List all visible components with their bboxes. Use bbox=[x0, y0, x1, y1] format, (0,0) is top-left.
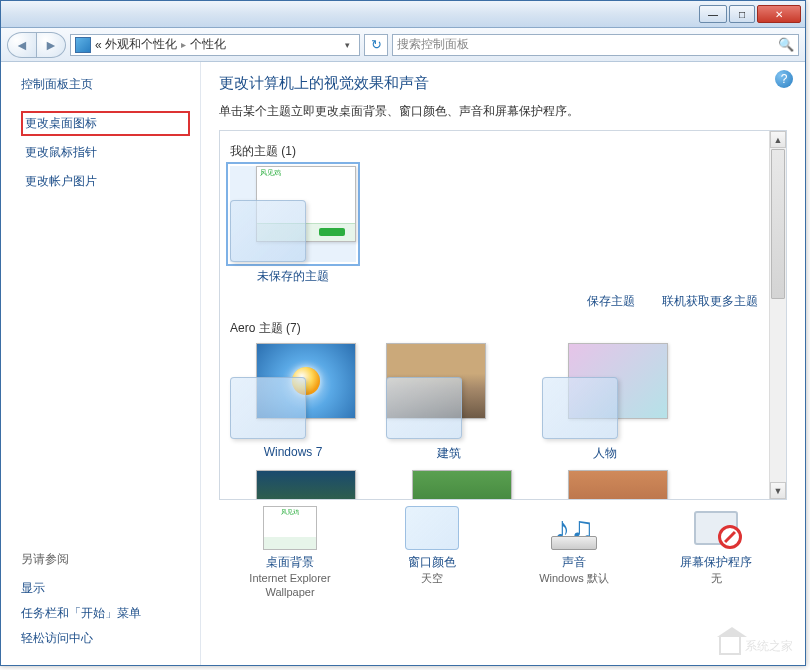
setting-title: 声音 bbox=[509, 554, 639, 571]
bottom-settings-row: 风见鸡 桌面背景 Internet Explorer Wallpaper 窗口颜… bbox=[219, 500, 787, 600]
theme-name: 建筑 bbox=[386, 443, 512, 462]
breadcrumb-appearance[interactable]: 外观和个性化 bbox=[105, 36, 177, 53]
close-button[interactable]: ✕ bbox=[757, 5, 801, 23]
theme-item[interactable] bbox=[386, 470, 512, 500]
sound-icon: ♪♫ bbox=[547, 506, 601, 550]
see-also-display[interactable]: 显示 bbox=[21, 576, 190, 601]
theme-glass-thumb bbox=[230, 200, 306, 262]
theme-glass-thumb bbox=[542, 377, 618, 439]
desktop-background-icon: 风见鸡 bbox=[263, 506, 317, 550]
theme-name: 未保存的主题 bbox=[230, 266, 356, 285]
house-icon bbox=[719, 637, 741, 655]
forward-button[interactable]: ► bbox=[36, 32, 66, 58]
theme-characters[interactable]: 人物 bbox=[542, 343, 668, 462]
search-icon: 🔍 bbox=[778, 37, 794, 52]
screensaver-button[interactable]: 屏幕保护程序 无 bbox=[651, 506, 781, 600]
back-button[interactable]: ◄ bbox=[7, 32, 37, 58]
save-theme-link[interactable]: 保存主题 bbox=[587, 294, 635, 308]
sidebar-change-mouse-pointers[interactable]: 更改鼠标指针 bbox=[21, 140, 190, 165]
main-content: ? 更改计算机上的视觉效果和声音 单击某个主题立即更改桌面背景、窗口颜色、声音和… bbox=[201, 62, 805, 665]
theme-wallpaper-thumb bbox=[412, 470, 512, 500]
theme-name: 人物 bbox=[542, 443, 668, 462]
screensaver-icon bbox=[689, 506, 743, 550]
search-input[interactable]: 搜索控制面板 🔍 bbox=[392, 34, 799, 56]
address-dropdown-icon[interactable]: ▾ bbox=[339, 40, 355, 50]
theme-unsaved[interactable]: 风见鸡 未保存的主题 bbox=[230, 166, 356, 285]
search-placeholder: 搜索控制面板 bbox=[397, 36, 469, 53]
theme-wallpaper-thumb bbox=[568, 470, 668, 500]
watermark: 系统之家 bbox=[719, 637, 793, 655]
maximize-button[interactable]: □ bbox=[729, 5, 755, 23]
window-color-button[interactable]: 窗口颜色 天空 bbox=[367, 506, 497, 600]
theme-wallpaper-thumb bbox=[256, 470, 356, 500]
setting-title: 窗口颜色 bbox=[367, 554, 497, 571]
control-panel-icon bbox=[75, 37, 91, 53]
page-title: 更改计算机上的视觉效果和声音 bbox=[219, 74, 787, 93]
page-description: 单击某个主题立即更改桌面背景、窗口颜色、声音和屏幕保护程序。 bbox=[219, 103, 787, 120]
titlebar: — □ ✕ bbox=[1, 1, 805, 28]
theme-glass-thumb bbox=[230, 377, 306, 439]
theme-windows7[interactable]: Windows 7 bbox=[230, 343, 356, 462]
setting-value: 天空 bbox=[367, 571, 497, 585]
aero-themes-label: Aero 主题 (7) bbox=[230, 320, 776, 337]
sidebar-change-account-picture[interactable]: 更改帐户图片 bbox=[21, 169, 190, 194]
scrollbar[interactable]: ▲ ▼ bbox=[769, 131, 786, 499]
get-more-themes-link[interactable]: 联机获取更多主题 bbox=[662, 294, 758, 308]
setting-value: 无 bbox=[651, 571, 781, 585]
setting-value: Windows 默认 bbox=[509, 571, 639, 585]
sounds-button[interactable]: ♪♫ 声音 Windows 默认 bbox=[509, 506, 639, 600]
scroll-up-icon[interactable]: ▲ bbox=[770, 131, 786, 148]
window-color-icon bbox=[405, 506, 459, 550]
refresh-button[interactable]: ↻ bbox=[364, 34, 388, 56]
personalization-window: — □ ✕ ◄ ► « 外观和个性化 ▸ 个性化 ▾ ↻ 搜索控制面板 🔍 控制… bbox=[0, 0, 806, 666]
sidebar: 控制面板主页 更改桌面图标 更改鼠标指针 更改帐户图片 另请参阅 显示 任务栏和… bbox=[1, 62, 201, 665]
control-panel-home-link[interactable]: 控制面板主页 bbox=[21, 76, 190, 93]
chevron-right-icon: ▸ bbox=[181, 39, 186, 50]
scroll-down-icon[interactable]: ▼ bbox=[770, 482, 786, 499]
navbar: ◄ ► « 外观和个性化 ▸ 个性化 ▾ ↻ 搜索控制面板 🔍 bbox=[1, 28, 805, 62]
help-icon[interactable]: ? bbox=[775, 70, 793, 88]
theme-list: ▲ ▼ 我的主题 (1) 风见鸡 未保存的主题 bbox=[219, 130, 787, 500]
desktop-background-button[interactable]: 风见鸡 桌面背景 Internet Explorer Wallpaper bbox=[225, 506, 355, 600]
breadcrumb-personalization[interactable]: 个性化 bbox=[190, 36, 226, 53]
address-bar[interactable]: « 外观和个性化 ▸ 个性化 ▾ bbox=[70, 34, 360, 56]
see-also-label: 另请参阅 bbox=[21, 551, 190, 568]
my-themes-label: 我的主题 (1) bbox=[230, 143, 776, 160]
setting-value: Internet Explorer Wallpaper bbox=[225, 571, 355, 600]
scroll-thumb[interactable] bbox=[771, 149, 785, 299]
sidebar-change-desktop-icons[interactable]: 更改桌面图标 bbox=[21, 111, 190, 136]
theme-item[interactable] bbox=[542, 470, 668, 500]
theme-architecture[interactable]: 建筑 bbox=[386, 343, 512, 462]
setting-title: 屏幕保护程序 bbox=[651, 554, 781, 571]
theme-name: Windows 7 bbox=[230, 443, 356, 459]
theme-glass-thumb bbox=[386, 377, 462, 439]
setting-title: 桌面背景 bbox=[225, 554, 355, 571]
see-also-taskbar-start[interactable]: 任务栏和「开始」菜单 bbox=[21, 601, 190, 626]
see-also-ease-of-access[interactable]: 轻松访问中心 bbox=[21, 626, 190, 651]
theme-item[interactable] bbox=[230, 470, 356, 500]
minimize-button[interactable]: — bbox=[699, 5, 727, 23]
breadcrumb-prefix: « bbox=[95, 38, 102, 52]
